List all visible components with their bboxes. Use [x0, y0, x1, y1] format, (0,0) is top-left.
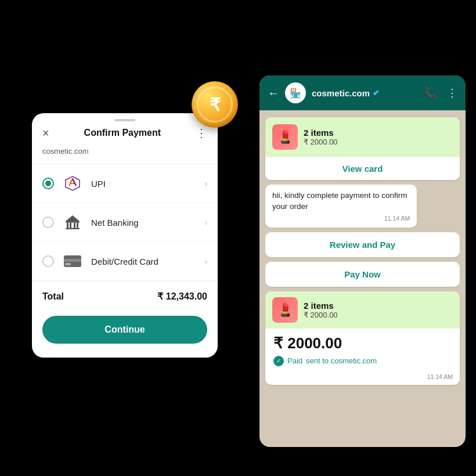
- card-radio[interactable]: [42, 255, 54, 267]
- modal-merchant-name: cosmetic.com: [32, 147, 218, 164]
- svg-rect-5: [70, 223, 71, 228]
- receipt-paid-row: ✓ Paid sent to cosmetic.com: [265, 355, 460, 371]
- credit-card-icon: [63, 254, 82, 268]
- payment-option-upi[interactable]: UPI ›: [32, 164, 218, 203]
- receipt-product-info: 2 items ₹ 2000.00: [304, 301, 338, 319]
- items-count-label: 2 items: [304, 128, 338, 138]
- upi-chevron-icon: ›: [205, 179, 207, 188]
- receipt-time: 11.14 AM: [265, 371, 460, 385]
- upi-icon-wrap: [62, 173, 83, 194]
- svg-rect-10: [64, 259, 81, 262]
- wa-header-icons: 📞 ⋮: [424, 86, 457, 99]
- card-chevron-icon: ›: [205, 257, 207, 266]
- svg-rect-6: [74, 223, 75, 228]
- chat-message-text: hii, kindly complete payment to confirm …: [272, 190, 410, 212]
- wa-header: ← 🏪 cosmetic.com ✔ 📞 ⋮: [259, 75, 466, 110]
- product-card-1: 💄 2 items ₹ 2000.00 View card: [265, 117, 460, 180]
- wa-avatar-emoji: 🏪: [290, 88, 301, 99]
- payment-option-card[interactable]: Debit/Credit Card ›: [32, 242, 218, 281]
- whatsapp-panel: ← 🏪 cosmetic.com ✔ 📞 ⋮ 💄 2 items ₹ 2000.…: [259, 75, 466, 447]
- review-and-pay-button[interactable]: Review and Pay: [265, 232, 460, 257]
- upi-icon: [63, 174, 82, 193]
- receipt-card: 💄 2 items ₹ 2000.00 ₹ 2000.00 ✓ Paid sen…: [265, 291, 460, 385]
- paid-destination: sent to cosmetic.com: [306, 356, 377, 365]
- total-amount: ₹ 12,343.00: [157, 291, 207, 302]
- pay-now-button[interactable]: Pay Now: [265, 262, 460, 287]
- chat-message-bubble: hii, kindly complete payment to confirm …: [265, 185, 417, 228]
- svg-rect-8: [66, 228, 80, 230]
- modal-title: Confirm Payment: [84, 128, 161, 138]
- modal-close-button[interactable]: ×: [42, 127, 49, 140]
- svg-rect-2: [66, 221, 80, 223]
- svg-marker-3: [66, 215, 80, 221]
- product-image: 💄: [272, 124, 298, 150]
- modal-more-icon[interactable]: ⋮: [196, 126, 207, 140]
- receipt-items-price: ₹ 2000.00: [304, 311, 338, 319]
- modal-total-row: Total ₹ 12,343.00: [32, 282, 218, 311]
- receipt-product-image: 💄: [272, 297, 298, 323]
- svg-rect-11: [65, 263, 71, 265]
- netbanking-icon-wrap: [62, 212, 83, 233]
- back-icon[interactable]: ←: [268, 86, 279, 100]
- modal-drag-handle: [32, 113, 218, 124]
- netbanking-label: Net Banking: [91, 218, 197, 228]
- receipt-items-label: 2 items: [304, 301, 338, 311]
- upi-radio[interactable]: [42, 178, 54, 189]
- card-icon-wrap: [62, 251, 83, 272]
- payment-option-netbanking[interactable]: Net Banking ›: [32, 203, 218, 242]
- wa-contact-name: cosmetic.com ✔: [312, 88, 418, 98]
- receipt-top: 💄 2 items ₹ 2000.00: [265, 291, 460, 329]
- netbanking-chevron-icon: ›: [205, 218, 207, 227]
- payment-modal: × Confirm Payment ⋮ cosmetic.com UPI ›: [32, 113, 218, 358]
- paid-label: Paid: [287, 356, 302, 365]
- receipt-amount: ₹ 2000.00: [265, 329, 460, 355]
- product-info: 2 items ₹ 2000.00: [304, 128, 338, 146]
- drag-bar: [114, 119, 135, 121]
- upi-label: UPI: [91, 179, 197, 189]
- call-icon[interactable]: 📞: [424, 86, 437, 99]
- paid-checkmark-icon: ✓: [273, 356, 284, 366]
- continue-button[interactable]: Continue: [42, 316, 207, 344]
- product-card-top: 💄 2 items ₹ 2000.00: [265, 117, 460, 157]
- rupee-symbol: ₹: [197, 86, 233, 122]
- wa-chat-body: 💄 2 items ₹ 2000.00 View card hii, kindl…: [259, 110, 466, 447]
- total-label: Total: [42, 291, 64, 302]
- modal-header: × Confirm Payment ⋮: [32, 124, 218, 147]
- more-options-icon[interactable]: ⋮: [447, 86, 457, 99]
- rupee-coin: ₹: [192, 81, 238, 128]
- svg-rect-7: [77, 223, 78, 228]
- chat-message-time: 11.14 AM: [272, 215, 410, 222]
- wa-name-area: cosmetic.com ✔: [312, 88, 418, 98]
- wa-avatar: 🏪: [285, 82, 306, 103]
- card-label: Debit/Credit Card: [91, 257, 197, 266]
- items-price-label: ₹ 2000.00: [304, 138, 338, 146]
- netbanking-radio[interactable]: [42, 217, 54, 228]
- verified-icon: ✔: [373, 88, 380, 98]
- svg-rect-4: [67, 223, 68, 228]
- bank-icon: [64, 214, 81, 231]
- view-card-button[interactable]: View card: [265, 157, 460, 180]
